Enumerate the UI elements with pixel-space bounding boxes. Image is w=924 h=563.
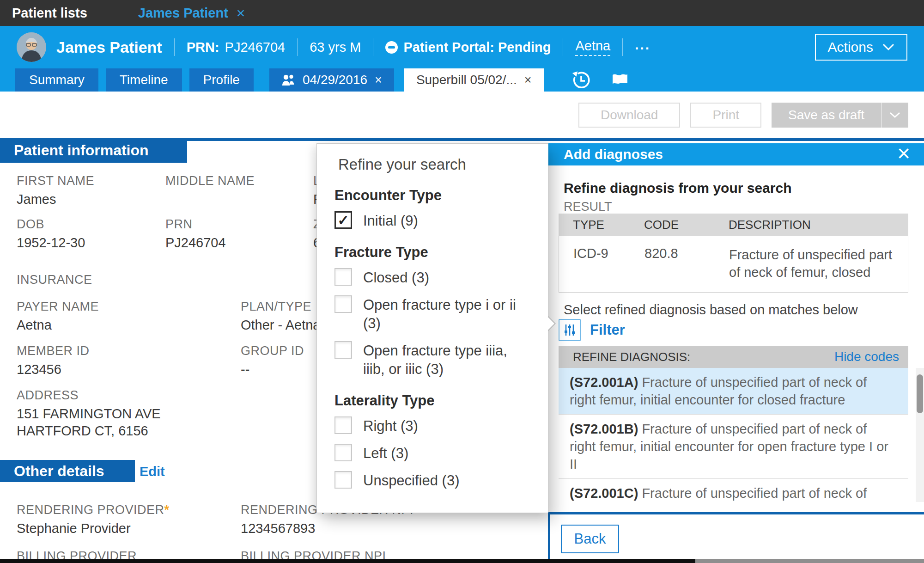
hide-codes-link[interactable]: Hide codes (834, 349, 899, 364)
refine-search-title: Refine your search (338, 156, 548, 173)
result-table-row: ICD-9 820.8 Fracture of unspecified part… (559, 236, 908, 293)
tab-superbill-label: Superbill 05/02/... (416, 73, 517, 87)
close-icon[interactable]: × (375, 73, 382, 87)
insurance-link[interactable]: Aetna (575, 38, 610, 56)
flag-icon (611, 72, 629, 88)
insurance-heading: INSURANCE (17, 273, 92, 287)
save-as-draft-caret[interactable] (881, 103, 908, 128)
patient-lists-tab[interactable]: Patient lists (12, 6, 87, 21)
refine-diagnosis-list-header: REFINE DIAGNOSIS: Hide codes (559, 346, 908, 368)
filter-label: Filter (590, 322, 625, 338)
facet-open-i-ii[interactable]: Open fracture type i or ii (3) (334, 295, 530, 333)
facet-right[interactable]: Right (3) (334, 416, 530, 435)
james-patient-tab-label: James Patient (138, 6, 228, 21)
checkbox-icon (334, 295, 352, 313)
diagnosis-item-s72001a[interactable]: (S72.001A) Fracture of unspecified part … (559, 368, 908, 414)
checkbox-checked-icon: ✓ (334, 211, 352, 229)
tab-superbill[interactable]: Superbill 05/02/... × (404, 68, 544, 92)
chevron-down-icon (889, 112, 900, 118)
patient-header: James Patient PRN: PJ246704 63 yrs M Pat… (0, 26, 924, 92)
facet-unspecified[interactable]: Unspecified (3) (334, 471, 530, 490)
refine-search-popup: Refine your search Encounter Type ✓ Init… (316, 143, 548, 513)
scrollbar-thumb[interactable] (917, 374, 923, 413)
divider (622, 38, 623, 56)
refine-diagnosis-label: REFINE DIAGNOSIS: (573, 350, 690, 364)
tab-encounter[interactable]: 04/29/2016 × (269, 68, 394, 92)
result-table-header: TYPE CODE DESCRIPTION (559, 214, 908, 236)
field-address: ADDRESS 151 FARMINGTON AVE HARTFORD CT, … (17, 388, 161, 439)
divider (373, 38, 373, 56)
tab-summary[interactable]: Summary (15, 68, 98, 92)
result-table: TYPE CODE DESCRIPTION ICD-9 820.8 Fractu… (559, 214, 908, 293)
actions-label: Actions (828, 39, 873, 55)
patient-information-title: Patient information (14, 142, 149, 159)
field-payer-name: PAYER NAME Aetna (17, 300, 99, 333)
portal-status: Patient Portal: Pending (385, 40, 551, 55)
history-button[interactable] (571, 68, 591, 92)
field-rendering-provider: RENDERING PROVIDER* Stephanie Provider (17, 503, 170, 536)
facet-initial[interactable]: ✓ Initial (9) (334, 211, 530, 230)
avatar (17, 32, 46, 62)
edit-other-details-link[interactable]: Edit (140, 464, 165, 479)
save-as-draft-group: Save as draft (772, 103, 908, 128)
superbill-toolbar: Download Print Save as draft (0, 92, 924, 138)
age-sex: 63 yrs M (310, 40, 361, 55)
tab-profile[interactable]: Profile (189, 68, 254, 92)
flag-button[interactable] (611, 68, 629, 92)
divider (297, 38, 298, 56)
field-first-name: FIRST NAME James (17, 174, 94, 207)
field-middle-name: MIDDLE NAME (165, 174, 255, 192)
download-button[interactable]: Download (578, 103, 681, 128)
result-type: ICD-9 (559, 246, 644, 281)
list-scrollbar[interactable] (916, 368, 924, 502)
fracture-type-heading: Fracture Type (334, 244, 548, 261)
facet-left[interactable]: Left (3) (334, 444, 530, 463)
field-group-id: GROUP ID -- (241, 344, 304, 377)
patient-header-row: James Patient PRN: PJ246704 63 yrs M Pat… (0, 26, 924, 68)
divider (563, 38, 563, 56)
filter-icon-box (559, 319, 581, 341)
patient-information-header: Patient information (0, 138, 187, 163)
field-plan-type: PLAN/TYPE Other - Aetna (241, 300, 321, 333)
history-icon (571, 70, 591, 90)
prn-value: PJ246704 (225, 40, 286, 55)
more-menu-button[interactable]: ... (635, 37, 650, 53)
checkbox-icon (334, 416, 352, 434)
prn-label: PRN: (187, 40, 219, 55)
facet-open-iiia-iiib-iiic[interactable]: Open fracture type iiia, iiib, or iiic (… (334, 341, 530, 379)
bottom-edge-dark (0, 559, 695, 563)
diagnosis-item-s72001c[interactable]: (S72.001C) Fracture of unspecified part … (559, 478, 908, 502)
app-root: Patient lists James Patient × James Pati… (0, 0, 924, 563)
print-button[interactable]: Print (690, 103, 761, 128)
checkbox-icon (334, 471, 352, 489)
field-prn: PRN PJ246704 (165, 217, 226, 251)
close-icon[interactable]: × (897, 141, 910, 165)
people-icon (281, 74, 295, 86)
patient-tabs: Summary Timeline Profile 04/29/2016 × Su… (0, 68, 924, 92)
required-asterisk: * (164, 503, 170, 517)
tab-timeline[interactable]: Timeline (106, 68, 182, 92)
field-dob: DOB 1952-12-30 (17, 217, 85, 251)
refine-diagnosis-heading: Refine diagnosis from your search (564, 180, 791, 196)
facet-closed[interactable]: Closed (3) (334, 268, 530, 287)
checkbox-icon (334, 268, 352, 286)
result-description: Fracture of unspecified part of neck of … (729, 246, 895, 281)
add-diagnoses-title: Add diagnoses (564, 147, 663, 162)
encounter-type-heading: Encounter Type (334, 187, 548, 204)
actions-button[interactable]: Actions (815, 34, 907, 61)
close-icon[interactable]: × (237, 6, 245, 20)
add-diagnoses-header: Add diagnoses × (548, 143, 924, 165)
james-patient-tab[interactable]: James Patient × (138, 6, 245, 21)
add-diagnoses-panel: Add diagnoses × Refine diagnosis from yo… (548, 143, 924, 512)
close-icon[interactable]: × (524, 73, 532, 87)
back-button[interactable]: Back (561, 525, 619, 553)
filter-button[interactable]: Filter (559, 319, 625, 341)
checkbox-icon (334, 444, 352, 461)
toolbar-buttons: Download Print Save as draft (568, 103, 908, 128)
save-as-draft-button[interactable]: Save as draft (772, 103, 881, 128)
col-type: TYPE (559, 218, 644, 232)
popup-pointer (547, 317, 554, 330)
window-tab-bar: Patient lists James Patient × (0, 0, 924, 26)
diagnosis-item-s72001b[interactable]: (S72.001B) Fracture of unspecified part … (559, 414, 908, 478)
other-details-title: Other details (14, 463, 104, 480)
